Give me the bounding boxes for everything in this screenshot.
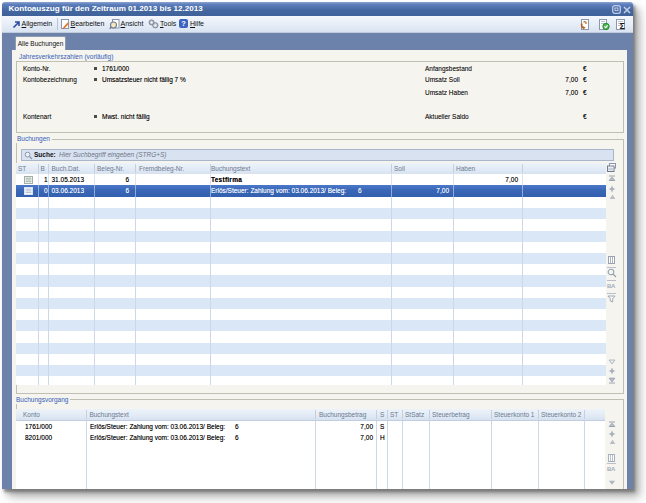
svg-text:Σ: Σ: [620, 20, 626, 29]
